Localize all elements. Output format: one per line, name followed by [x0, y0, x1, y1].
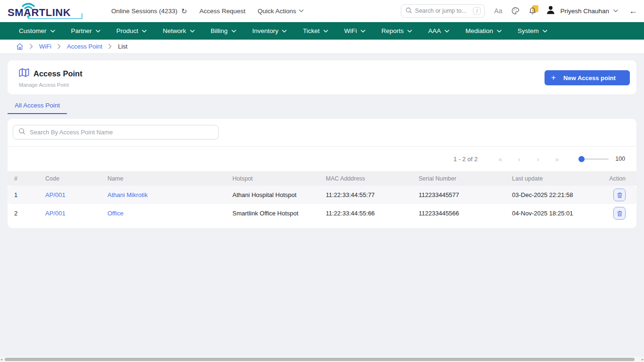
nav-item-product[interactable]: Product	[116, 27, 147, 34]
page-header-card: Access Point Manage Access Point + New A…	[8, 60, 636, 94]
access-request-label: Access Request	[199, 8, 246, 15]
col-last-update: Last update	[504, 171, 600, 186]
chevron-down-icon	[50, 30, 55, 33]
access-point-search[interactable]	[13, 125, 219, 140]
main-nav: Customer Partner Product Network Billing…	[0, 22, 644, 40]
hotspot-cell: Smartlink Office Hotspot	[225, 204, 318, 222]
global-search[interactable]: /	[401, 4, 485, 18]
nav-item-wifi[interactable]: WiFi	[344, 27, 365, 34]
plus-icon: +	[551, 73, 556, 82]
search-icon	[405, 7, 412, 15]
slider-knob[interactable]	[578, 156, 585, 162]
smartlink-logo[interactable]: SMARTLINK	[7, 0, 91, 22]
theme-palette-icon[interactable]	[511, 7, 520, 15]
quick-actions-menu[interactable]: Quick Actions	[257, 8, 304, 15]
chevron-right-icon	[58, 44, 61, 49]
back-arrow-icon[interactable]: ←	[629, 6, 637, 16]
wifi-arc	[23, 4, 34, 6]
page-subtitle: Manage Access Point	[19, 82, 83, 88]
row-number: 2	[8, 204, 38, 222]
home-icon[interactable]	[16, 43, 24, 50]
name-link[interactable]: Athani Mikrotik	[107, 191, 148, 198]
chevron-down-icon	[190, 30, 195, 33]
nav-item-inventory[interactable]: Inventory	[252, 27, 287, 34]
nav-item-billing[interactable]: Billing	[211, 27, 236, 34]
code-link[interactable]: AP/001	[45, 210, 66, 217]
user-menu[interactable]: Priyesh Chauhan	[545, 5, 618, 17]
nav-label: Inventory	[252, 27, 279, 34]
breadcrumb-access-point[interactable]: Access Point	[67, 43, 102, 50]
refresh-icon[interactable]: ↻	[181, 8, 187, 15]
notifications-bell-icon[interactable]	[528, 7, 537, 15]
first-page-button[interactable]: «	[491, 155, 510, 163]
delete-button[interactable]	[613, 207, 626, 220]
user-name: Priyesh Chauhan	[560, 8, 609, 15]
chevron-down-icon	[543, 30, 547, 33]
chevron-down-icon	[361, 30, 365, 33]
next-page-button[interactable]: ›	[528, 155, 547, 163]
nav-label: System	[518, 27, 539, 34]
nav-label: Ticket	[303, 27, 320, 34]
hotspot-cell: Athani Hospital Hotspot	[225, 186, 318, 204]
col-name: Name	[100, 171, 225, 186]
access-point-table: # Code Name Hotspot MAC Adddress Serial …	[8, 171, 636, 222]
nav-label: Partner	[71, 27, 92, 34]
chevron-down-icon	[497, 30, 502, 33]
horizontal-scrollbar[interactable]: ◂ ▸	[0, 357, 644, 362]
nav-item-partner[interactable]: Partner	[71, 27, 100, 34]
pagination-range: 1 - 2 of 2	[454, 156, 478, 163]
name-link[interactable]: Office	[107, 210, 124, 217]
col-action: Action	[600, 171, 636, 186]
last-page-button[interactable]: »	[547, 155, 566, 163]
nav-item-mediation[interactable]: Mediation	[465, 27, 502, 34]
table-search-row	[8, 125, 636, 147]
font-size-toggle[interactable]: Aa	[494, 7, 502, 15]
pagination-bar: 1 - 2 of 2 « ‹ › » 100	[8, 147, 636, 171]
chevron-down-icon	[445, 30, 449, 33]
online-sessions-label: Online Sessions (4233)	[111, 8, 177, 15]
nav-label: AAA	[428, 27, 441, 34]
global-search-input[interactable]	[415, 8, 470, 14]
code-link[interactable]: AP/001	[45, 191, 66, 198]
nav-label: Customer	[19, 27, 47, 34]
page-title: Access Point	[33, 69, 83, 78]
nav-item-reports[interactable]: Reports	[381, 27, 412, 34]
mac-cell: 11:22:33:44:55:66	[318, 204, 411, 222]
trash-icon	[617, 210, 623, 217]
new-access-point-button[interactable]: + New Access point	[545, 70, 630, 85]
row-number: 1	[8, 186, 38, 204]
page-size-value: 100	[615, 156, 625, 162]
previous-page-button[interactable]: ‹	[510, 155, 528, 163]
chevron-down-icon	[96, 30, 100, 33]
header-actions: Aa Priyesh Chauhan	[494, 5, 637, 17]
new-access-point-label: New Access point	[556, 74, 623, 82]
chevron-right-icon	[108, 44, 112, 49]
chevron-down-icon	[299, 9, 304, 12]
nav-item-ticket[interactable]: Ticket	[303, 27, 328, 34]
access-request-link[interactable]: Access Request	[199, 8, 246, 15]
online-sessions: Online Sessions (4233) ↻	[111, 8, 187, 15]
nav-label: WiFi	[344, 27, 357, 34]
tab-all-access-point[interactable]: All Access Point	[8, 100, 67, 114]
chevron-down-icon	[142, 30, 147, 33]
avatar	[545, 5, 556, 17]
access-point-search-input[interactable]	[30, 129, 213, 136]
table-row: 2 AP/001 Office Smartlink Office Hotspot…	[8, 204, 636, 222]
col-number: #	[8, 171, 38, 186]
delete-button[interactable]	[613, 189, 626, 201]
col-code: Code	[38, 171, 100, 186]
nav-item-system[interactable]: System	[518, 27, 547, 34]
scrollbar-thumb[interactable]	[5, 358, 635, 361]
scroll-right-arrow[interactable]: ▸	[642, 357, 644, 362]
breadcrumb-wifi[interactable]: WiFi	[39, 43, 51, 50]
col-serial: Serial Number	[411, 171, 504, 186]
chevron-down-icon	[231, 30, 236, 33]
nav-label: Mediation	[465, 27, 493, 34]
breadcrumb: WiFi Access Point List	[0, 40, 644, 54]
nav-item-customer[interactable]: Customer	[19, 27, 55, 34]
nav-item-network[interactable]: Network	[163, 27, 195, 34]
page-size-slider[interactable]	[578, 156, 609, 162]
nav-item-aaa[interactable]: AAA	[428, 27, 449, 34]
serial-cell: 112233445577	[411, 186, 504, 204]
scroll-left-arrow[interactable]: ◂	[0, 357, 2, 362]
